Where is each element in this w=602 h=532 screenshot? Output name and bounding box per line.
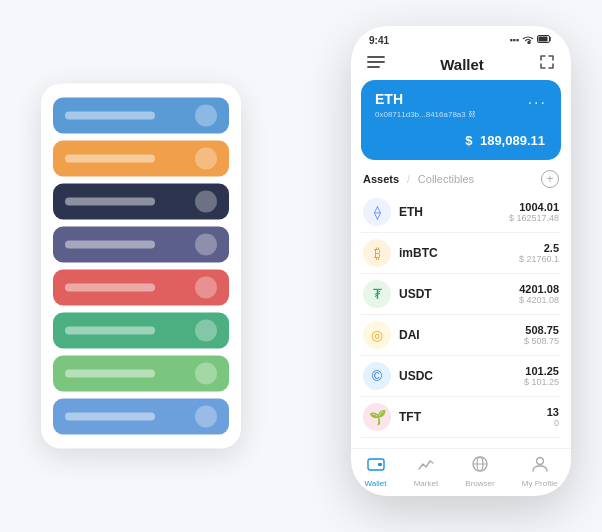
nav-item-market[interactable]: Market <box>414 455 438 488</box>
asset-name-usdc: USDC <box>399 369 524 383</box>
eth-card-balance: $ 189,089.11 <box>375 127 547 150</box>
nav-label-browser: Browser <box>465 479 494 488</box>
nav-label-wallet: Wallet <box>365 479 387 488</box>
add-icon: + <box>546 172 553 186</box>
stack-card-label <box>65 241 155 249</box>
nav-item-browser[interactable]: Browser <box>465 455 494 488</box>
stack-card-label <box>65 198 155 206</box>
expand-icon[interactable] <box>539 54 555 74</box>
assets-tabs: Assets / Collectibles <box>363 173 474 185</box>
add-asset-button[interactable]: + <box>541 170 559 188</box>
stack-card-card-green[interactable] <box>53 313 229 349</box>
asset-row-eth[interactable]: ⟠ ETH 1004.01 $ 162517.48 <box>361 192 561 233</box>
nav-icon-browser <box>471 455 489 477</box>
asset-amount-usd-imbtc: $ 21760.1 <box>519 254 559 264</box>
asset-row-imbtc[interactable]: ₿ imBTC 2.5 $ 21760.1 <box>361 233 561 274</box>
asset-row-usdt[interactable]: ₮ USDT 4201.08 $ 4201.08 <box>361 274 561 315</box>
nav-icon-wallet <box>367 455 385 477</box>
asset-amount-usd-usdc: $ 101.25 <box>524 377 559 387</box>
tab-collectibles[interactable]: Collectibles <box>418 173 474 185</box>
asset-amount-main-imbtc: 2.5 <box>519 242 559 254</box>
asset-amount-main-eth: 1004.01 <box>509 201 559 213</box>
stack-card-label <box>65 284 155 292</box>
nav-icon-market <box>417 455 435 477</box>
asset-amount-main-dai: 508.75 <box>524 324 559 336</box>
asset-amounts-dai: 508.75 $ 508.75 <box>524 324 559 346</box>
stack-card-icon <box>195 277 217 299</box>
stack-card-label <box>65 327 155 335</box>
nav-item-wallet[interactable]: Wallet <box>365 455 387 488</box>
asset-icon-usdc: © <box>363 362 391 390</box>
stack-card-icon <box>195 363 217 385</box>
eth-card: ETH ... 0x08711d3b...8416a78a3 ⛓ $ 189,0… <box>361 80 561 160</box>
status-bar: 9:41 ▪▪▪ <box>351 26 571 50</box>
asset-amount-main-usdc: 101.25 <box>524 365 559 377</box>
stack-card-card-purple[interactable] <box>53 227 229 263</box>
asset-amount-usd-tft: 0 <box>547 418 559 428</box>
page-title: Wallet <box>440 56 484 73</box>
eth-card-menu-icon[interactable]: ... <box>528 90 547 108</box>
nav-label-profile: My Profile <box>522 479 558 488</box>
asset-row-tft[interactable]: 🌱 TFT 13 0 <box>361 397 561 438</box>
asset-amount-usd-usdt: $ 4201.08 <box>519 295 559 305</box>
nav-item-profile[interactable]: My Profile <box>522 455 558 488</box>
nav-label-market: Market <box>414 479 438 488</box>
asset-row-dai[interactable]: ◎ DAI 508.75 $ 508.75 <box>361 315 561 356</box>
stack-card-label <box>65 413 155 421</box>
card-stack <box>41 84 241 449</box>
asset-list: ⟠ ETH 1004.01 $ 162517.48 ₿ imBTC 2.5 $ … <box>351 192 571 448</box>
stack-card-card-blue[interactable] <box>53 98 229 134</box>
stack-card-card-red[interactable] <box>53 270 229 306</box>
status-icons: ▪▪▪ <box>509 34 553 46</box>
stack-card-card-orange[interactable] <box>53 141 229 177</box>
asset-icon-dai: ◎ <box>363 321 391 349</box>
asset-icon-eth: ⟠ <box>363 198 391 226</box>
svg-rect-1 <box>539 37 548 42</box>
stack-card-label <box>65 370 155 378</box>
stack-card-label <box>65 155 155 163</box>
asset-name-usdt: USDT <box>399 287 519 301</box>
stack-card-label <box>65 112 155 120</box>
asset-amounts-imbtc: 2.5 $ 21760.1 <box>519 242 559 264</box>
asset-icon-tft: 🌱 <box>363 403 391 431</box>
stack-card-card-dark[interactable] <box>53 184 229 220</box>
asset-amount-usd-eth: $ 162517.48 <box>509 213 559 223</box>
asset-icon-imbtc: ₿ <box>363 239 391 267</box>
asset-icon-usdt: ₮ <box>363 280 391 308</box>
stack-card-icon <box>195 191 217 213</box>
battery-icon <box>537 34 553 46</box>
nav-bar: Wallet <box>351 50 571 80</box>
stack-card-icon <box>195 148 217 170</box>
eth-card-title: ETH <box>375 91 403 107</box>
time: 9:41 <box>369 35 389 46</box>
stack-card-icon <box>195 406 217 428</box>
asset-name-tft: TFT <box>399 410 547 424</box>
asset-amount-main-usdt: 4201.08 <box>519 283 559 295</box>
asset-name-eth: ETH <box>399 205 509 219</box>
stack-card-card-cornflower[interactable] <box>53 399 229 435</box>
bottom-nav: Wallet Market Browser My Profile <box>351 448 571 496</box>
asset-name-dai: DAI <box>399 328 524 342</box>
assets-header: Assets / Collectibles + <box>351 168 571 192</box>
menu-icon[interactable] <box>367 55 385 73</box>
asset-row-usdc[interactable]: © USDC 101.25 $ 101.25 <box>361 356 561 397</box>
asset-name-imbtc: imBTC <box>399 246 519 260</box>
asset-amounts-eth: 1004.01 $ 162517.48 <box>509 201 559 223</box>
svg-point-10 <box>536 458 543 465</box>
signal-icon: ▪▪▪ <box>509 35 519 45</box>
stack-card-card-lightgreen[interactable] <box>53 356 229 392</box>
phone: 9:41 ▪▪▪ Wallet ETH <box>351 26 571 496</box>
asset-amounts-usdc: 101.25 $ 101.25 <box>524 365 559 387</box>
asset-amount-usd-dai: $ 508.75 <box>524 336 559 346</box>
wifi-icon <box>522 34 534 46</box>
tab-divider: / <box>407 174 410 185</box>
scene: 9:41 ▪▪▪ Wallet ETH <box>21 16 581 516</box>
svg-rect-6 <box>378 463 382 466</box>
asset-amounts-usdt: 4201.08 $ 4201.08 <box>519 283 559 305</box>
asset-amount-main-tft: 13 <box>547 406 559 418</box>
stack-card-icon <box>195 234 217 256</box>
stack-card-icon <box>195 320 217 342</box>
balance-amount: 189,089.11 <box>480 133 545 148</box>
tab-assets[interactable]: Assets <box>363 173 399 185</box>
nav-icon-profile <box>531 455 549 477</box>
